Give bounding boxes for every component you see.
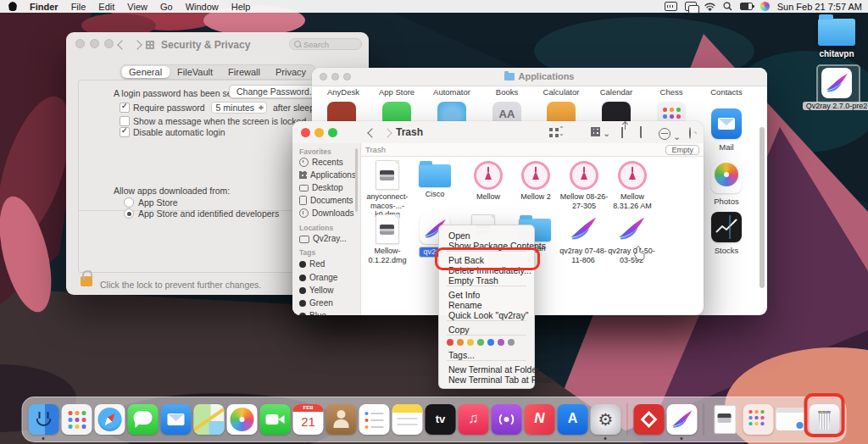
sidebar-scrollbar[interactable] <box>355 148 358 212</box>
desktop-icon-qv2ray[interactable] <box>821 68 852 98</box>
app-label[interactable]: AnyDesk <box>316 87 370 97</box>
require-password-checkbox[interactable] <box>120 103 130 113</box>
sidebar-item-desktop[interactable]: Desktop <box>299 183 343 192</box>
dock-icon-music[interactable]: ♫ <box>459 404 489 435</box>
tab-general[interactable]: General <box>121 66 170 78</box>
more-actions-icon[interactable]: ⌄ <box>659 127 681 142</box>
dock-icon-podcasts[interactable] <box>492 404 522 435</box>
minimize-button[interactable] <box>90 39 99 48</box>
battery-icon[interactable] <box>740 3 753 10</box>
dock-icon-calendar[interactable]: FEB21 <box>293 404 324 435</box>
dock-icon-tv[interactable]: tv <box>426 404 456 435</box>
file-qv2ray-image-1[interactable]: qv2ray 07-48-11-806 <box>559 214 608 264</box>
auto-login-checkbox[interactable] <box>120 127 130 137</box>
dock-icon-applications-folder[interactable] <box>743 404 774 435</box>
tag-orange-dot[interactable] <box>457 339 464 346</box>
menu-help[interactable]: Help <box>231 2 251 12</box>
dock-icon-contacts[interactable] <box>326 404 357 435</box>
app-label[interactable]: App Store <box>370 87 424 97</box>
dock-icon-news[interactable]: N <box>525 404 555 435</box>
dock-icon-qv2ray[interactable] <box>667 404 698 435</box>
back-icon[interactable] <box>117 40 126 49</box>
menu-item-quick-look[interactable]: Quick Look "qv2ray" <box>448 310 528 320</box>
siri-icon[interactable] <box>760 2 770 11</box>
tag-red[interactable]: Red <box>299 259 325 269</box>
dock-icon-anydesk[interactable] <box>634 404 665 435</box>
dock-icon-photos[interactable] <box>227 404 258 435</box>
sidebar-item-applications[interactable]: Applications <box>299 170 356 180</box>
file-mellow-2[interactable]: Mellow 2 <box>511 159 560 202</box>
tag-blue[interactable]: Blue <box>299 311 326 315</box>
tag-blue-dot[interactable] <box>487 339 494 346</box>
app-label[interactable]: Chess <box>644 87 698 97</box>
menu-item-empty-trash[interactable]: Empty Trash <box>448 275 498 286</box>
desktop-icon-chitavpn[interactable]: chitavpn <box>814 19 860 58</box>
sidebar-item-recents[interactable]: Recents <box>299 158 343 167</box>
app-label[interactable]: Calendar <box>589 87 643 97</box>
spotlight-icon[interactable] <box>723 2 732 11</box>
sidebar-item-downloads[interactable]: Downloads <box>299 208 353 218</box>
app-item-photos[interactable]: Photos <box>699 159 754 206</box>
empty-trash-button[interactable]: Empty <box>665 145 699 155</box>
sidebar-item-qv2ray-volume[interactable]: Qv2ray... <box>299 234 347 243</box>
menu-item-copy[interactable]: Copy <box>448 325 470 335</box>
menu-item-rename[interactable]: Rename <box>448 300 482 310</box>
dock-icon-maps[interactable] <box>194 404 225 435</box>
appstore-radio[interactable] <box>124 197 134 208</box>
menu-view[interactable]: View <box>127 2 147 12</box>
menu-item-new-terminal-tab[interactable]: New Terminal Tab at Folder <box>448 375 556 385</box>
tag-yellow[interactable]: Yellow <box>299 286 334 295</box>
close-button[interactable] <box>301 128 310 137</box>
zoom-button[interactable] <box>328 128 337 137</box>
back-icon[interactable] <box>367 128 376 137</box>
tag-purple-dot[interactable] <box>498 339 504 346</box>
tab-filevault[interactable]: FileVault <box>170 66 220 78</box>
search-icon[interactable] <box>689 128 691 138</box>
app-label[interactable]: Calculator <box>534 87 588 97</box>
file-cisco-folder[interactable]: Cisco <box>410 159 459 199</box>
wifi-icon[interactable] <box>704 3 715 11</box>
dock-icon-system-preferences[interactable]: ⚙ <box>591 404 621 435</box>
menu-edit[interactable]: Edit <box>98 2 114 12</box>
tag-icon[interactable] <box>640 127 642 137</box>
file-mellow-dmg[interactable]: Mellow-0.1.22.dmg <box>363 214 412 264</box>
tab-firewall[interactable]: Firewall <box>220 66 268 78</box>
forward-icon[interactable] <box>132 40 142 49</box>
tab-privacy[interactable]: Privacy <box>268 66 314 78</box>
file-mellow[interactable]: Mellow <box>464 159 513 202</box>
menu-window[interactable]: Window <box>186 2 219 12</box>
app-item-stocks[interactable]: Stocks <box>699 212 754 255</box>
tag-red-dot[interactable] <box>447 339 453 346</box>
app-label[interactable]: Books <box>480 87 534 97</box>
menu-item-tags[interactable]: Tags... <box>448 350 475 360</box>
sidebar-item-documents[interactable]: Documents <box>299 196 353 205</box>
forward-icon[interactable] <box>382 128 392 137</box>
tag-green-dot[interactable] <box>477 339 484 346</box>
tag-green[interactable]: Green <box>299 298 333 308</box>
icon-view-icon[interactable]: ⌃⌄ <box>549 127 565 139</box>
file-anyconnect-dmg[interactable]: anyconnect-macos-...-k9.dmg <box>363 159 412 219</box>
app-label[interactable]: Automator <box>425 87 479 97</box>
dock-icon-minimized-window[interactable] <box>776 404 807 435</box>
show-all-icon[interactable] <box>146 41 154 49</box>
dock-icon-trash[interactable] <box>810 404 840 435</box>
dock-icon-safari[interactable] <box>95 404 125 435</box>
minimize-button[interactable] <box>314 128 324 137</box>
identified-radio[interactable] <box>124 208 134 219</box>
menu-item-get-info[interactable]: Get Info <box>448 290 480 300</box>
zoom-button[interactable] <box>104 39 114 48</box>
change-password-button[interactable]: Change Password... <box>229 85 325 98</box>
file-qv2ray-image-2[interactable]: qv2ray 07-50-03-592 <box>607 214 656 264</box>
menu-item-new-terminal[interactable]: New Terminal at Folder <box>448 364 540 375</box>
dock-icon-mail[interactable] <box>161 404 192 435</box>
dock-icon-facetime[interactable] <box>260 404 291 435</box>
group-by-icon[interactable]: ⌄ <box>591 127 610 139</box>
dock-icon-notes[interactable] <box>392 404 423 435</box>
tag-orange[interactable]: Orange <box>299 273 337 282</box>
dock-icon-appstore[interactable]: A <box>558 404 588 435</box>
share-icon[interactable] <box>621 127 623 137</box>
apple-menu-icon[interactable] <box>8 2 17 11</box>
dock-icon-finder[interactable] <box>29 404 59 435</box>
menu-bar-clock[interactable]: Sun Feb 21 7:57 AM <box>777 2 862 12</box>
scrollbar[interactable] <box>760 127 765 288</box>
